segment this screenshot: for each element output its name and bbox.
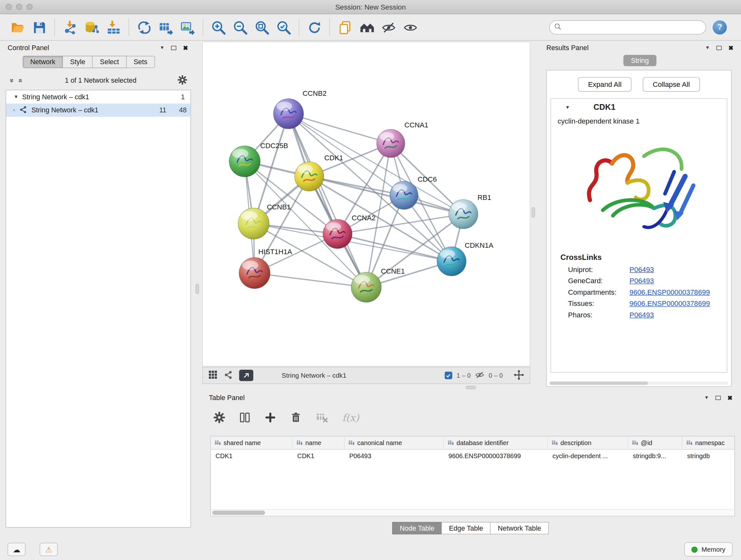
minimize-window-button[interactable] [16, 4, 22, 10]
close-window-button[interactable] [6, 4, 12, 10]
zoom-in-button[interactable] [207, 17, 229, 38]
export-image-button[interactable] [177, 17, 199, 38]
hide-selected-button[interactable] [378, 17, 399, 38]
panel-menu-icon[interactable]: ▼ [160, 45, 165, 50]
import-network-database-button[interactable] [81, 17, 103, 38]
tab-network-table[interactable]: Network Table [490, 522, 549, 535]
close-panel-icon[interactable]: ✖ [183, 45, 188, 51]
pan-move-icon[interactable] [514, 369, 524, 381]
network-canvas[interactable]: CCNB2CCNA1CDC25BCDK1CDC6RB1CCNB1CCNA2CDK… [202, 42, 530, 366]
tab-sets[interactable]: Sets [127, 56, 155, 68]
genecard-link[interactable]: P06493 [630, 276, 654, 285]
right-splitter-handle[interactable] [532, 207, 535, 218]
column-header[interactable]: description [548, 436, 628, 449]
compartments-link[interactable]: 9606.ENSP00000378699 [630, 288, 710, 296]
cell-id[interactable]: stringdb:9... [628, 449, 682, 462]
column-header[interactable]: canonical name [345, 436, 444, 449]
left-splitter-handle[interactable] [196, 284, 199, 294]
zoom-window-button[interactable] [26, 4, 32, 10]
float-panel-icon[interactable] [717, 46, 722, 50]
network-options-gear-icon[interactable] [178, 75, 187, 86]
column-header[interactable]: name [293, 436, 345, 449]
detach-view-button[interactable] [239, 370, 253, 381]
memory-button[interactable]: Memory [684, 543, 732, 557]
search-input[interactable] [564, 23, 701, 32]
pharos-link[interactable]: P06493 [630, 311, 654, 319]
save-session-button[interactable] [28, 17, 50, 38]
column-header[interactable]: shared name [211, 436, 292, 449]
network-edge[interactable] [255, 273, 366, 287]
delete-column-trash-icon[interactable] [290, 412, 301, 424]
panel-menu-icon[interactable]: ▼ [705, 45, 710, 50]
refresh-view-button[interactable] [304, 17, 325, 38]
table-row[interactable]: CDK1 CDK1 P06493 9606.ENSP00000378699 cy… [211, 449, 734, 462]
network-collection-row[interactable]: ▼ String Network – cdk1 1 [6, 90, 191, 104]
bottom-splitter-handle[interactable] [466, 386, 476, 389]
uniprot-link[interactable]: P06493 [630, 265, 654, 273]
selected-nodes-checkbox-icon[interactable] [445, 372, 452, 379]
network-edge[interactable] [288, 114, 366, 287]
warnings-button[interactable]: ⚠ [40, 543, 57, 556]
network-node-RB1[interactable]: RB1 [449, 193, 491, 229]
network-node-CDC6[interactable]: CDC6 [390, 175, 437, 209]
table-horizontal-scrollbar[interactable] [211, 509, 734, 516]
network-row-selected[interactable]: ● String Network – cdk1 11 48 [6, 104, 191, 117]
results-horizontal-scrollbar[interactable] [549, 381, 728, 385]
column-header[interactable]: namespac [682, 436, 735, 449]
cell-namespace[interactable]: stringdb [682, 449, 735, 462]
table-settings-gear-icon[interactable] [213, 412, 225, 424]
collapse-all-button[interactable]: Collapse All [643, 77, 699, 91]
network-node-CDKN1A[interactable]: CDKN1A [437, 241, 493, 276]
float-panel-icon[interactable] [171, 46, 176, 50]
network-edge[interactable] [309, 177, 463, 214]
tab-edge-table[interactable]: Edge Table [441, 522, 490, 535]
open-session-button[interactable] [7, 17, 28, 38]
tab-select[interactable]: Select [93, 56, 127, 68]
cloud-status-button[interactable]: ☁ [8, 543, 25, 556]
import-network-file-button[interactable] [59, 17, 81, 38]
network-node-HIST1H1A[interactable]: HIST1H1A [239, 248, 292, 289]
search-box[interactable] [549, 20, 706, 35]
new-network-from-selection-button[interactable] [133, 17, 155, 38]
network-edge[interactable] [288, 114, 391, 143]
network-graph[interactable]: CCNB2CCNA1CDC25BCDK1CDC6RB1CCNB1CCNA2CDK… [203, 42, 530, 366]
cell-shared-name[interactable]: CDK1 [211, 449, 292, 462]
birdseye-view-icon[interactable] [224, 370, 232, 380]
column-header[interactable]: @id [628, 436, 682, 449]
export-table-button[interactable] [155, 17, 177, 38]
close-panel-icon[interactable]: ✖ [727, 395, 732, 401]
hidden-items-eye-icon[interactable] [475, 370, 484, 381]
column-header[interactable]: database identifier [444, 436, 548, 449]
network-node-CCNA1[interactable]: CCNA1 [377, 121, 428, 158]
network-node-CCNB1[interactable]: CCNB1 [238, 203, 291, 239]
expand-all-icon[interactable]: » [16, 77, 24, 84]
show-columns-icon[interactable] [239, 412, 251, 424]
collapse-all-icon[interactable]: » [8, 77, 16, 84]
help-button[interactable]: ? [713, 20, 727, 35]
cell-name[interactable]: CDK1 [293, 449, 345, 462]
tissues-link[interactable]: 9606.ENSP00000378699 [630, 299, 710, 307]
panel-menu-icon[interactable]: ▼ [704, 395, 709, 400]
tab-network[interactable]: Network [23, 56, 63, 68]
tab-string[interactable]: String [623, 55, 657, 66]
expand-all-button[interactable]: Expand All [578, 77, 631, 91]
cell-description[interactable]: cyclin-dependent ... [548, 449, 628, 462]
copy-documents-button[interactable] [334, 17, 356, 38]
cell-canonical-name[interactable]: P06493 [345, 449, 444, 462]
home-button[interactable] [356, 17, 378, 38]
collapse-section-icon[interactable]: ▼ [565, 105, 570, 110]
network-node-CDK1[interactable]: CDK1 [294, 154, 343, 191]
grid-view-icon[interactable] [208, 370, 217, 381]
tab-node-table[interactable]: Node Table [392, 522, 442, 535]
zoom-selected-button[interactable] [273, 17, 294, 38]
tree-expander-icon[interactable]: ▼ [14, 95, 18, 99]
close-panel-icon[interactable]: ✖ [728, 45, 733, 51]
zoom-fit-button[interactable] [251, 17, 273, 38]
show-all-button[interactable] [399, 17, 421, 38]
import-table-button[interactable] [103, 17, 124, 38]
add-column-icon[interactable] [265, 412, 276, 424]
zoom-out-button[interactable] [229, 17, 251, 38]
float-panel-icon[interactable] [716, 395, 721, 400]
protein-section-header[interactable]: ▼ CDK1 [551, 99, 727, 116]
cell-database-identifier[interactable]: 9606.ENSP00000378699 [444, 449, 548, 462]
